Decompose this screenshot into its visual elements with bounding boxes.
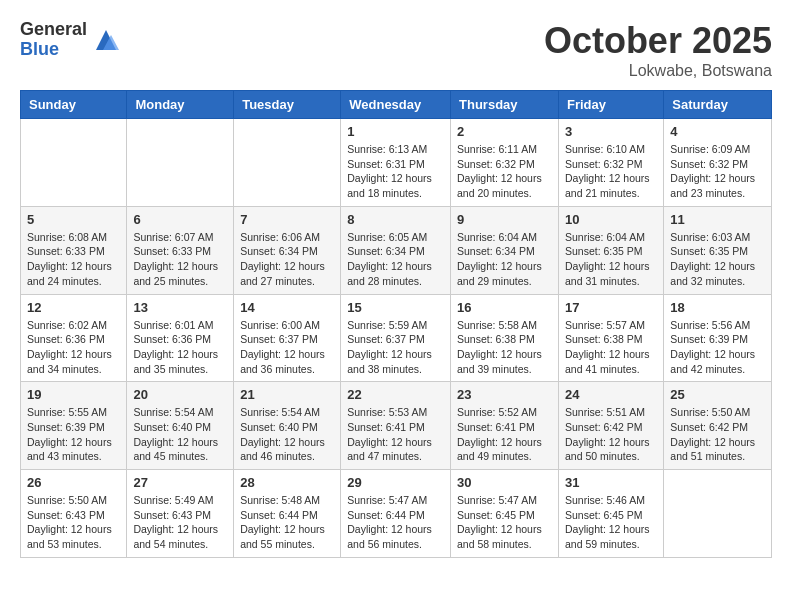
weekday-header-tuesday: Tuesday bbox=[234, 91, 341, 119]
calendar-day-cell: 17Sunrise: 5:57 AM Sunset: 6:38 PM Dayli… bbox=[558, 294, 663, 382]
day-info: Sunrise: 6:02 AM Sunset: 6:36 PM Dayligh… bbox=[27, 318, 120, 377]
calendar-day-cell: 12Sunrise: 6:02 AM Sunset: 6:36 PM Dayli… bbox=[21, 294, 127, 382]
calendar-day-cell: 23Sunrise: 5:52 AM Sunset: 6:41 PM Dayli… bbox=[451, 382, 559, 470]
day-info: Sunrise: 6:06 AM Sunset: 6:34 PM Dayligh… bbox=[240, 230, 334, 289]
month-title: October 2025 bbox=[544, 20, 772, 62]
day-number: 3 bbox=[565, 124, 657, 139]
calendar-day-cell: 14Sunrise: 6:00 AM Sunset: 6:37 PM Dayli… bbox=[234, 294, 341, 382]
day-info: Sunrise: 6:07 AM Sunset: 6:33 PM Dayligh… bbox=[133, 230, 227, 289]
day-info: Sunrise: 5:50 AM Sunset: 6:42 PM Dayligh… bbox=[670, 405, 765, 464]
day-number: 6 bbox=[133, 212, 227, 227]
calendar-week-row: 1Sunrise: 6:13 AM Sunset: 6:31 PM Daylig… bbox=[21, 119, 772, 207]
day-number: 7 bbox=[240, 212, 334, 227]
day-number: 19 bbox=[27, 387, 120, 402]
day-info: Sunrise: 6:04 AM Sunset: 6:35 PM Dayligh… bbox=[565, 230, 657, 289]
day-number: 14 bbox=[240, 300, 334, 315]
day-info: Sunrise: 5:52 AM Sunset: 6:41 PM Dayligh… bbox=[457, 405, 552, 464]
day-number: 10 bbox=[565, 212, 657, 227]
calendar-day-cell: 2Sunrise: 6:11 AM Sunset: 6:32 PM Daylig… bbox=[451, 119, 559, 207]
calendar-day-cell bbox=[234, 119, 341, 207]
logo-general-text: General bbox=[20, 20, 87, 40]
day-number: 20 bbox=[133, 387, 227, 402]
weekday-header-friday: Friday bbox=[558, 91, 663, 119]
day-info: Sunrise: 6:01 AM Sunset: 6:36 PM Dayligh… bbox=[133, 318, 227, 377]
calendar-table: SundayMondayTuesdayWednesdayThursdayFrid… bbox=[20, 90, 772, 558]
day-info: Sunrise: 5:47 AM Sunset: 6:44 PM Dayligh… bbox=[347, 493, 444, 552]
location-text: Lokwabe, Botswana bbox=[544, 62, 772, 80]
logo-icon bbox=[91, 25, 121, 55]
day-number: 1 bbox=[347, 124, 444, 139]
day-number: 4 bbox=[670, 124, 765, 139]
page-header: General Blue October 2025 Lokwabe, Botsw… bbox=[20, 20, 772, 80]
calendar-week-row: 5Sunrise: 6:08 AM Sunset: 6:33 PM Daylig… bbox=[21, 206, 772, 294]
calendar-day-cell: 4Sunrise: 6:09 AM Sunset: 6:32 PM Daylig… bbox=[664, 119, 772, 207]
day-number: 29 bbox=[347, 475, 444, 490]
calendar-day-cell bbox=[127, 119, 234, 207]
day-number: 17 bbox=[565, 300, 657, 315]
day-number: 22 bbox=[347, 387, 444, 402]
weekday-header-monday: Monday bbox=[127, 91, 234, 119]
logo-text: General Blue bbox=[20, 20, 87, 60]
calendar-day-cell: 20Sunrise: 5:54 AM Sunset: 6:40 PM Dayli… bbox=[127, 382, 234, 470]
calendar-day-cell: 22Sunrise: 5:53 AM Sunset: 6:41 PM Dayli… bbox=[341, 382, 451, 470]
day-number: 27 bbox=[133, 475, 227, 490]
day-number: 18 bbox=[670, 300, 765, 315]
calendar-day-cell: 19Sunrise: 5:55 AM Sunset: 6:39 PM Dayli… bbox=[21, 382, 127, 470]
day-number: 23 bbox=[457, 387, 552, 402]
day-info: Sunrise: 5:56 AM Sunset: 6:39 PM Dayligh… bbox=[670, 318, 765, 377]
day-info: Sunrise: 6:05 AM Sunset: 6:34 PM Dayligh… bbox=[347, 230, 444, 289]
day-info: Sunrise: 5:54 AM Sunset: 6:40 PM Dayligh… bbox=[133, 405, 227, 464]
title-block: October 2025 Lokwabe, Botswana bbox=[544, 20, 772, 80]
day-info: Sunrise: 6:04 AM Sunset: 6:34 PM Dayligh… bbox=[457, 230, 552, 289]
weekday-header-wednesday: Wednesday bbox=[341, 91, 451, 119]
logo-blue-text: Blue bbox=[20, 40, 87, 60]
calendar-day-cell: 26Sunrise: 5:50 AM Sunset: 6:43 PM Dayli… bbox=[21, 470, 127, 558]
day-number: 2 bbox=[457, 124, 552, 139]
calendar-day-cell bbox=[664, 470, 772, 558]
day-info: Sunrise: 6:03 AM Sunset: 6:35 PM Dayligh… bbox=[670, 230, 765, 289]
day-info: Sunrise: 5:54 AM Sunset: 6:40 PM Dayligh… bbox=[240, 405, 334, 464]
calendar-week-row: 19Sunrise: 5:55 AM Sunset: 6:39 PM Dayli… bbox=[21, 382, 772, 470]
day-info: Sunrise: 5:55 AM Sunset: 6:39 PM Dayligh… bbox=[27, 405, 120, 464]
calendar-header-row: SundayMondayTuesdayWednesdayThursdayFrid… bbox=[21, 91, 772, 119]
calendar-day-cell: 27Sunrise: 5:49 AM Sunset: 6:43 PM Dayli… bbox=[127, 470, 234, 558]
day-info: Sunrise: 6:00 AM Sunset: 6:37 PM Dayligh… bbox=[240, 318, 334, 377]
calendar-day-cell: 28Sunrise: 5:48 AM Sunset: 6:44 PM Dayli… bbox=[234, 470, 341, 558]
calendar-week-row: 12Sunrise: 6:02 AM Sunset: 6:36 PM Dayli… bbox=[21, 294, 772, 382]
day-info: Sunrise: 5:49 AM Sunset: 6:43 PM Dayligh… bbox=[133, 493, 227, 552]
day-info: Sunrise: 6:11 AM Sunset: 6:32 PM Dayligh… bbox=[457, 142, 552, 201]
calendar-day-cell: 11Sunrise: 6:03 AM Sunset: 6:35 PM Dayli… bbox=[664, 206, 772, 294]
day-number: 5 bbox=[27, 212, 120, 227]
calendar-day-cell: 15Sunrise: 5:59 AM Sunset: 6:37 PM Dayli… bbox=[341, 294, 451, 382]
calendar-day-cell: 5Sunrise: 6:08 AM Sunset: 6:33 PM Daylig… bbox=[21, 206, 127, 294]
day-info: Sunrise: 6:08 AM Sunset: 6:33 PM Dayligh… bbox=[27, 230, 120, 289]
calendar-day-cell: 24Sunrise: 5:51 AM Sunset: 6:42 PM Dayli… bbox=[558, 382, 663, 470]
day-number: 11 bbox=[670, 212, 765, 227]
calendar-week-row: 26Sunrise: 5:50 AM Sunset: 6:43 PM Dayli… bbox=[21, 470, 772, 558]
day-info: Sunrise: 5:57 AM Sunset: 6:38 PM Dayligh… bbox=[565, 318, 657, 377]
calendar-day-cell: 21Sunrise: 5:54 AM Sunset: 6:40 PM Dayli… bbox=[234, 382, 341, 470]
calendar-day-cell bbox=[21, 119, 127, 207]
day-info: Sunrise: 5:59 AM Sunset: 6:37 PM Dayligh… bbox=[347, 318, 444, 377]
calendar-day-cell: 13Sunrise: 6:01 AM Sunset: 6:36 PM Dayli… bbox=[127, 294, 234, 382]
logo: General Blue bbox=[20, 20, 121, 60]
day-info: Sunrise: 5:53 AM Sunset: 6:41 PM Dayligh… bbox=[347, 405, 444, 464]
day-number: 13 bbox=[133, 300, 227, 315]
day-info: Sunrise: 6:09 AM Sunset: 6:32 PM Dayligh… bbox=[670, 142, 765, 201]
calendar-day-cell: 29Sunrise: 5:47 AM Sunset: 6:44 PM Dayli… bbox=[341, 470, 451, 558]
day-number: 25 bbox=[670, 387, 765, 402]
day-number: 9 bbox=[457, 212, 552, 227]
calendar-day-cell: 9Sunrise: 6:04 AM Sunset: 6:34 PM Daylig… bbox=[451, 206, 559, 294]
day-number: 12 bbox=[27, 300, 120, 315]
day-number: 28 bbox=[240, 475, 334, 490]
day-number: 21 bbox=[240, 387, 334, 402]
day-info: Sunrise: 5:47 AM Sunset: 6:45 PM Dayligh… bbox=[457, 493, 552, 552]
day-number: 16 bbox=[457, 300, 552, 315]
day-number: 24 bbox=[565, 387, 657, 402]
day-number: 26 bbox=[27, 475, 120, 490]
day-info: Sunrise: 6:13 AM Sunset: 6:31 PM Dayligh… bbox=[347, 142, 444, 201]
weekday-header-saturday: Saturday bbox=[664, 91, 772, 119]
day-info: Sunrise: 6:10 AM Sunset: 6:32 PM Dayligh… bbox=[565, 142, 657, 201]
weekday-header-sunday: Sunday bbox=[21, 91, 127, 119]
calendar-day-cell: 7Sunrise: 6:06 AM Sunset: 6:34 PM Daylig… bbox=[234, 206, 341, 294]
